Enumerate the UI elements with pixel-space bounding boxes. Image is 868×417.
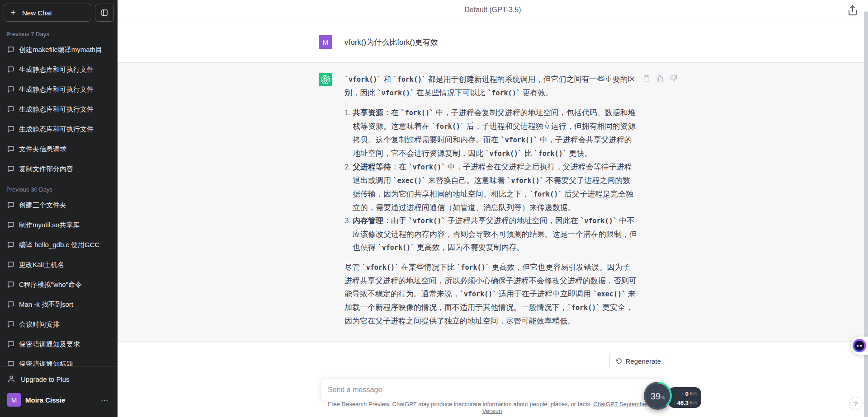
scrollbar[interactable] [864, 11, 868, 417]
message-input-box [320, 379, 664, 401]
sidebar-chat-item[interactable]: 文件夹信息请求 [4, 139, 114, 159]
disclaimer-text: Free Research Preview. ChatGPT may produ… [328, 401, 592, 408]
text-run: 子进程共享父进程的地址空间，因此在 [445, 216, 580, 225]
text-run: 更快。 [567, 149, 592, 158]
download-arrow-icon: ↓ [673, 398, 676, 407]
list-item: 内存管理：由于 `vfork()` 子进程共享父进程的地址空间，因此在 `vfo… [344, 214, 637, 254]
battery-unit: % [660, 395, 665, 400]
battery-widget[interactable]: 39% [644, 382, 672, 410]
collapse-sidebar-button[interactable] [95, 4, 114, 22]
inline-code: `fork()` [567, 304, 600, 312]
account-row[interactable]: M Moira Cissie ⋯ [4, 389, 114, 411]
bold-text: 共享资源 [353, 108, 383, 117]
copy-button[interactable] [642, 74, 651, 83]
inline-code: `exec()` [593, 290, 626, 298]
regenerate-icon [616, 358, 622, 364]
chat-bubble-icon [7, 341, 14, 348]
inline-code: `vfork()` [377, 89, 414, 97]
upgrade-to-plus-button[interactable]: Upgrade to Plus [4, 369, 114, 389]
sidebar-chat-item[interactable]: 创建三个文件夹 [4, 195, 114, 215]
chat-title: Man -k 找不到sort [19, 300, 110, 309]
assistant-message-row: `vfork()` 和 `fork()` 都是用于创建新进程的系统调用，但它们之… [118, 62, 868, 342]
chat-bubble-icon [7, 301, 14, 308]
message-input[interactable] [321, 379, 664, 401]
thumbs-up-button[interactable] [656, 74, 665, 83]
download-speed: ↓ 46.3K/s [671, 398, 697, 407]
sidebar-chat-item[interactable]: 创建makefile编译mymath目 [4, 40, 114, 60]
chat-bubble-icon [7, 281, 14, 288]
chat-title: 创建三个文件夹 [19, 201, 110, 210]
chat-bubble-icon [7, 145, 14, 153]
sidebar-chat-item[interactable]: 保密培训通知标题 [4, 354, 114, 366]
sidebar-chat-item[interactable]: 复制文件部分内容 [4, 159, 114, 179]
regenerate-label: Regenerate [626, 357, 661, 365]
sidebar-chat-item[interactable]: 保密培训通知及要求 [4, 334, 114, 354]
sidebar-sections: Previous 7 Days创建makefile编译mymath目生成静态库和… [0, 25, 118, 366]
user-message-row: M vfork()为什么比fork()更有效 [118, 20, 868, 62]
openai-logo-icon [321, 75, 330, 84]
chat-title: 生成静态库和可执行文件 [19, 105, 110, 114]
bold-text: 内存管理 [353, 216, 383, 225]
regenerate-button[interactable]: Regenerate [609, 354, 667, 368]
sidebar-chat-item[interactable]: C程序模拟"who"命令 [4, 275, 114, 295]
account-menu-icon[interactable]: ⋯ [99, 396, 110, 404]
new-chat-button[interactable]: New Chat [4, 4, 91, 22]
inline-code: `fork()` [487, 89, 520, 97]
battery-percent: 39% [646, 384, 670, 408]
sidebar-collapse-icon [101, 9, 108, 16]
inline-code: `vfork()` [580, 217, 617, 225]
network-speed-widget[interactable]: ↑ 0K/s ↓ 46.3K/s [668, 387, 701, 408]
chat-bubble-icon [7, 126, 14, 133]
chat-title: 更改Kali主机名 [19, 261, 110, 269]
chat-bubble-icon [7, 201, 14, 209]
help-button[interactable]: ? [849, 397, 863, 410]
list-item: 父进程等待：在 `vfork()` 中，子进程会在父进程之后执行，父进程会等待子… [344, 160, 637, 214]
inline-code: `fork()` [432, 122, 464, 131]
inline-code: `vfork()` [501, 136, 538, 144]
sidebar-chat-item[interactable]: 生成静态库和可执行文件 [4, 80, 114, 99]
inline-code: `exec()` [393, 177, 426, 185]
chat-bubble-icon [7, 261, 14, 268]
ordered-list: 共享资源：在 `fork()` 中，子进程会复制父进程的地址空间，包括代码、数据… [344, 106, 637, 254]
inline-code: `fork()` [534, 150, 566, 158]
sidebar-bottom: Upgrade to Plus M Moira Cissie ⋯ [0, 366, 118, 417]
chat-main: Default (GPT-3.5) M vfork()为什么比fork()更有效… [118, 0, 868, 417]
download-value: 46.3 [677, 398, 689, 407]
assistant-message-body: `vfork()` 和 `fork()` 都是用于创建新进程的系统调用，但它们之… [344, 73, 637, 328]
thumbs-down-button[interactable] [669, 74, 678, 83]
inline-code: `fork()` [457, 263, 489, 272]
sidebar-chat-item[interactable]: 会议时间安排 [4, 314, 114, 334]
sidebar-chat-item[interactable]: 编译 hello_gdb.c 使用GCC [4, 235, 114, 255]
inline-code: `vfork()` [486, 150, 522, 158]
model-title: Default (GPT-3.5) [464, 6, 521, 14]
upload-arrow-icon: ↑ [681, 389, 684, 398]
sidebar-chat-item[interactable]: 制作myutil.so共享库 [4, 215, 114, 235]
share-button[interactable] [847, 5, 859, 16]
sidebar-chat-item[interactable]: 生成静态库和可执行文件 [4, 60, 114, 80]
new-chat-label: New Chat [22, 9, 52, 17]
inline-code: `vfork()` [460, 290, 496, 298]
assistant-extension-widget[interactable] [851, 337, 868, 355]
chat-bubble-icon [7, 165, 14, 173]
text-run: 和 [381, 75, 393, 84]
sidebar-chat-item[interactable]: Man -k 找不到sort [4, 295, 114, 314]
sidebar-chat-item[interactable]: 生成静态库和可执行文件 [4, 99, 114, 119]
inline-code: `vfork()` [507, 177, 543, 185]
sidebar-chat-item[interactable]: 更改Kali主机名 [4, 255, 114, 275]
text-run: 更高效，因为不需要复制内存。 [415, 243, 524, 252]
plus-icon [9, 9, 17, 16]
inline-code: `vfork()` [409, 163, 445, 171]
avatar: M [7, 393, 21, 407]
sidebar-chat-item[interactable]: 生成静态库和可执行文件 [4, 119, 114, 139]
assistant-extension-icon [853, 339, 866, 352]
clipboard-icon [643, 75, 650, 82]
account-name: Moira Cissie [25, 396, 94, 404]
share-icon [847, 5, 859, 16]
chat-bubble-icon [7, 361, 14, 366]
sidebar-section-label: Previous 30 Days [6, 186, 111, 193]
text-run: 适用于在子进程中立即调用 [496, 290, 593, 298]
upload-speed: ↑ 0K/s [671, 389, 697, 398]
chat-title: C程序模拟"who"命令 [19, 281, 110, 289]
inline-code: `vfork()` [378, 244, 415, 252]
user-message-text: vfork()为什么比fork()更有效 [344, 36, 641, 49]
